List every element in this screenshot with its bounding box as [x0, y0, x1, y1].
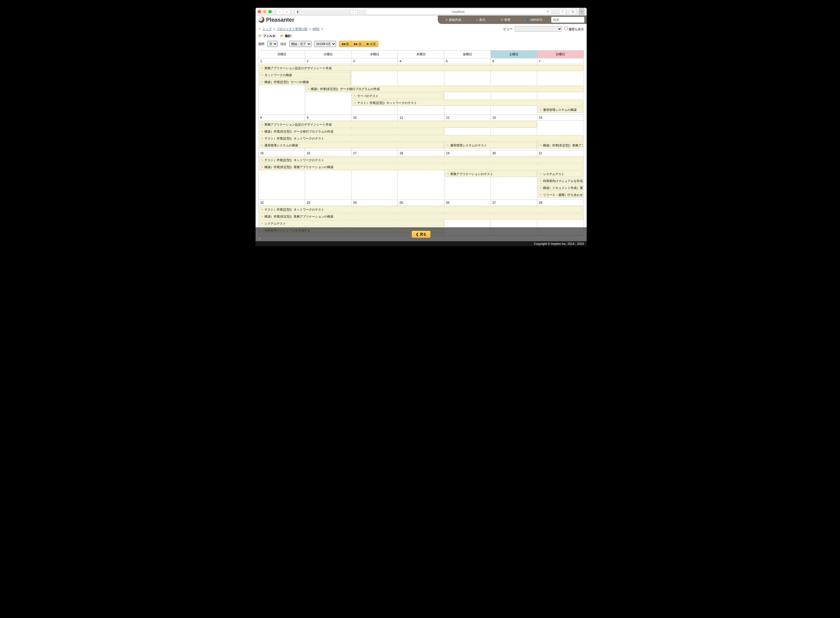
task-bar[interactable]: ✎構築）作業[定型]）サーバの構築: [259, 79, 351, 85]
person-icon: 👤: [526, 18, 529, 21]
date-cell[interactable]: 2: [305, 58, 352, 64]
task-bar[interactable]: ✎ネットワークの構築: [259, 72, 351, 78]
item-select[interactable]: 開始 - 完了: [289, 41, 312, 47]
breadcrumb-project[interactable]: プロジェクト管理の例: [277, 27, 307, 31]
prev-button[interactable]: ◀◀前: [339, 41, 352, 47]
task-bar[interactable]: ✎システムテスト: [259, 220, 444, 226]
new-tab[interactable]: +: [579, 8, 585, 16]
date-cell[interactable]: 3: [352, 58, 398, 64]
date-cell[interactable]: 9: [305, 115, 352, 120]
today-button[interactable]: ▦今月: [364, 41, 378, 47]
nav-view[interactable]: ▸表示: [469, 16, 493, 24]
date-cell[interactable]: 8: [258, 115, 305, 120]
month-select[interactable]: 2019年4月: [314, 41, 336, 47]
date-cell[interactable]: 19: [444, 150, 491, 156]
date-cell[interactable]: 25: [398, 200, 444, 206]
date-cell[interactable]: 22: [258, 200, 305, 206]
back-button[interactable]: ❮戻る: [412, 231, 430, 238]
dow-header: 金曜日: [444, 51, 491, 58]
task-bar[interactable]: ✎構築）作業[非定型]）業務アプ: [538, 142, 583, 149]
date-cell[interactable]: 18: [398, 150, 444, 156]
date-cell[interactable]: 17: [352, 150, 398, 156]
url-text: localhost: [452, 10, 464, 13]
agg-label[interactable]: 集計:: [285, 34, 292, 37]
date-cell[interactable]: 16: [305, 150, 352, 156]
window-minimize[interactable]: [263, 10, 266, 13]
url-bar[interactable]: localhost ↻: [365, 9, 552, 15]
task-label: 運用管理システムの構築: [543, 108, 577, 112]
filter-label[interactable]: フィルタ:: [263, 34, 276, 37]
history-checkbox-label[interactable]: 履歴も表示: [564, 27, 584, 31]
task-label: 運用管理システムのテスト: [450, 143, 487, 147]
date-cell[interactable]: 11: [398, 115, 444, 120]
view-select[interactable]: [515, 26, 562, 32]
task-label: リリース・展開）打ち合わせ）: [543, 193, 583, 197]
reload-icon[interactable]: ↻: [547, 10, 549, 13]
task-bar[interactable]: ✎テスト）作業[定型]）ネットワークのテスト: [259, 157, 583, 163]
task-bar[interactable]: ✎利用者向けマニュアルを作成する: [538, 178, 583, 184]
date-cell[interactable]: 21: [537, 150, 583, 156]
task-bar[interactable]: ✎業務アプリケーション設定のデザインシート作成: [259, 122, 537, 128]
task-label: 構築）作業[非定型]）業務アプリケーションの構築: [264, 165, 333, 169]
task-bar[interactable]: ✎業務アプリケーションのテスト: [445, 171, 537, 177]
nav-back[interactable]: ‹: [276, 9, 283, 15]
app-logo[interactable]: Pleasanter: [258, 17, 294, 23]
date-cell[interactable]: 12: [444, 115, 491, 120]
task-bar[interactable]: ✎リリース・展開）打ち合わせ）: [538, 192, 583, 198]
triangle-icon: ▸: [477, 18, 478, 21]
task-label: テスト）作業[定型]）ネットワークのテスト: [264, 137, 324, 141]
nav-new[interactable]: ✚新規作成: [438, 16, 469, 24]
date-cell[interactable]: 6: [491, 58, 537, 64]
task-bar[interactable]: ✎業務アプリケーション設定のデザインシート作成: [259, 65, 583, 71]
task-bar[interactable]: ✎サーバのテスト: [352, 93, 444, 99]
sidebar-toggle[interactable]: ◧: [294, 9, 302, 15]
nav-forward[interactable]: ›: [283, 9, 291, 15]
task-bar[interactable]: ✎構築）作業[非定型]）データ移行プログラムの作成: [306, 86, 583, 92]
date-cell[interactable]: 10: [352, 115, 398, 120]
pencil-icon: ✎: [261, 208, 263, 211]
task-label: 構築）作業[非定型]）業務アプリケーションの構築: [264, 214, 333, 219]
task-bar[interactable]: ✎テスト）作業[定型]）ネットワークのテスト: [259, 135, 583, 141]
window-zoom[interactable]: [268, 10, 272, 13]
window-close[interactable]: [258, 10, 261, 13]
date-cell[interactable]: 26: [444, 200, 491, 206]
task-bar[interactable]: ✎構築）作業[非定型]）データ移行プログラムの作成: [259, 128, 444, 135]
next-button[interactable]: ▶▶次: [352, 41, 364, 47]
task-bar[interactable]: ✎運用管理システムのテスト: [445, 142, 537, 149]
date-cell[interactable]: 14: [537, 115, 583, 120]
pencil-icon: ✎: [261, 159, 263, 162]
history-checkbox[interactable]: [564, 27, 568, 30]
task-bar[interactable]: ✎テスト）作業[定型]）ネットワークのテスト: [352, 100, 583, 106]
date-cell[interactable]: 20: [491, 150, 537, 156]
nav-manage[interactable]: ❂管理: [493, 16, 518, 24]
task-bar[interactable]: ✎構築）作業[非定型]）業務アプリケーションの構築: [259, 213, 583, 220]
date-cell[interactable]: 7: [537, 58, 583, 64]
task-bar[interactable]: ✎構築）ドキュメント作成）運用: [538, 185, 583, 191]
task-bar[interactable]: ✎運用管理システムの構築: [259, 142, 444, 149]
date-cell[interactable]: 13: [491, 115, 537, 120]
task-bar[interactable]: ✎システムテスト: [538, 171, 583, 177]
breadcrumb-top[interactable]: トップ: [263, 27, 272, 31]
date-cell[interactable]: 4: [398, 58, 444, 64]
edit-icon[interactable]: ✎: [255, 236, 264, 241]
fullscreen-icon[interactable]: ⛶: [350, 9, 358, 15]
task-bar[interactable]: ✎テスト）作業[定型]）ネットワークのテスト: [259, 206, 583, 212]
date-cell[interactable]: 5: [444, 58, 491, 64]
date-cell[interactable]: 27: [491, 200, 537, 206]
date-cell[interactable]: 15: [258, 150, 305, 156]
date-cell[interactable]: 23: [305, 200, 352, 206]
tabs-icon[interactable]: ⧉: [570, 9, 577, 15]
nav-user[interactable]: 👤HAYATO: [518, 16, 550, 24]
task-bar[interactable]: ✎運用管理システムの構築: [538, 107, 583, 113]
pencil-icon: ✎: [261, 123, 263, 126]
search-input[interactable]: [551, 17, 585, 23]
pencil-icon: ✎: [261, 80, 263, 84]
date-cell[interactable]: 1: [258, 58, 305, 64]
date-cell[interactable]: 28: [537, 200, 583, 206]
date-cell[interactable]: 24: [352, 200, 398, 206]
share-icon[interactable]: ⇪: [559, 9, 566, 15]
breadcrumb-wbs[interactable]: WBS: [313, 27, 319, 31]
period-select[interactable]: 月: [267, 41, 278, 47]
task-bar[interactable]: ✎構築）作業[非定型]）業務アプリケーションの構築: [259, 164, 583, 170]
folder-icon: 📂: [280, 34, 284, 37]
